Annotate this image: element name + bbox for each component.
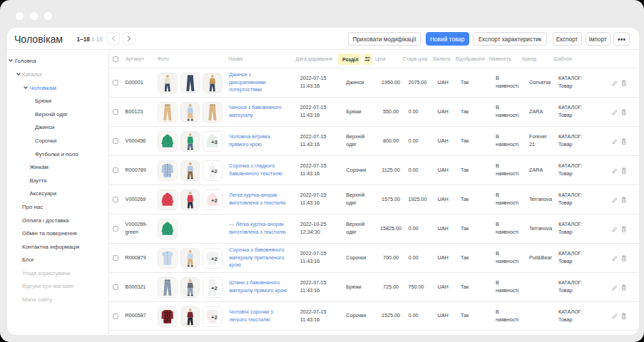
product-photo-person[interactable] [180,306,200,328]
product-photo-ghost[interactable]: +3 [203,131,223,152]
sidebar-item-15[interactable]: Блог [7,253,108,266]
product-name-link[interactable]: Чиноси з бавовняного матеріалу [229,104,281,118]
sidebar-item-13[interactable]: Обмін та повернення [7,227,108,240]
product-name-link[interactable]: Штани з бавовняного матеріалу прямого кр… [229,279,287,294]
product-photo-pants[interactable] [203,102,223,123]
sidebar-item-1[interactable]: Каталог [7,68,108,81]
row-checkbox[interactable] [113,68,118,97]
edit-button[interactable] [611,310,618,323]
sidebar-item-17[interactable]: Відгуки про магазин [7,279,108,293]
product-photo-shirt_short[interactable] [158,248,178,269]
product-name-link[interactable]: Легка куртка-анорак виготовлена з тексти… [229,192,285,206]
product-photo-person[interactable] [180,131,200,152]
product-photo-person[interactable] [180,248,200,269]
hide-mods-button[interactable]: Приховати модифікації [348,32,421,46]
row-checkbox[interactable] [113,302,118,330]
column-header[interactable]: Назва [229,56,242,61]
column-header[interactable]: Бренд [522,56,536,61]
product-photo-person[interactable] [158,73,178,94]
column-header[interactable]: Стара ціна [403,56,428,61]
sidebar-item-11[interactable]: Про нас [7,200,108,214]
product-photo-person[interactable] [180,190,200,211]
row-checkbox[interactable] [113,127,118,155]
delete-button[interactable] [621,135,627,147]
product-photo-jacket[interactable] [158,219,178,240]
sidebar-item-6[interactable]: Сорочки [7,134,108,147]
product-photo-ghost[interactable]: +2 [203,306,223,328]
column-header[interactable]: Дата додавання [296,56,332,61]
product-photo-ghost[interactable]: +2 [203,190,223,211]
delete-button[interactable] [621,193,627,206]
select-all-checkbox[interactable] [113,56,118,63]
product-photo-shirt[interactable] [158,160,178,182]
section-sort-button[interactable] [364,53,372,65]
product-photo-ghost[interactable]: +2 [203,277,223,299]
product-photo-ghost[interactable]: +2 [203,160,223,182]
export-chars-button[interactable]: Експорт характеристик [473,32,547,46]
edit-button[interactable] [611,135,618,147]
row-checkbox[interactable] [113,244,118,272]
delete-button[interactable] [621,252,627,264]
edit-button[interactable] [611,105,618,118]
pagination-prev-button[interactable] [107,32,120,45]
column-header[interactable]: Ціна [375,56,385,61]
row-checkbox[interactable] [113,185,118,214]
column-header[interactable]: Артикул [126,56,144,61]
new-product-button[interactable]: Новий товар [426,32,469,46]
product-name-link[interactable]: Сорочка з бавовняного матеріалу притален… [229,247,284,268]
sidebar-item-0[interactable]: Головна [7,54,108,68]
edit-button[interactable] [611,193,618,206]
more-button[interactable]: ••• [613,32,630,46]
edit-button[interactable] [611,252,618,264]
sidebar-item-2[interactable]: Чоловікам [7,81,108,94]
product-photo-person[interactable] [180,160,200,182]
row-checkbox[interactable] [113,273,118,301]
product-photo-shirt[interactable] [158,306,178,328]
column-header[interactable]: Валюта [433,56,450,61]
edit-button[interactable] [611,76,618,89]
delete-button[interactable] [621,164,627,177]
import-button[interactable]: Імпорт [586,32,611,46]
product-photo-person[interactable] [180,277,200,299]
sidebar-item-16[interactable]: Угода користувача [7,266,108,280]
product-photo-pants[interactable] [158,277,178,299]
column-header-section[interactable]: Розділ [338,53,361,65]
sidebar-item-4[interactable]: Верхній одяг [7,107,108,120]
product-name-link[interactable]: Сорочка з гладкого бавовняного текстилю [229,162,282,177]
delete-button[interactable] [621,76,627,89]
sidebar-item-5[interactable]: Джинси [7,120,108,134]
product-photo-person[interactable] [180,102,200,123]
delete-button[interactable] [621,105,627,118]
pagination-next-button[interactable] [123,32,136,45]
product-name-link[interactable]: Легка куртка-анорак виготовлена з тексти… [229,221,285,235]
product-photo-ghost[interactable]: +2 [203,248,223,269]
column-header[interactable]: Фото [158,56,169,61]
delete-button[interactable] [621,310,627,323]
product-photo-jacket[interactable] [158,131,178,152]
sidebar-item-8[interactable]: Жінкам [7,160,108,174]
sidebar-item-14[interactable]: Контактна інформація [7,239,108,253]
product-name-link[interactable]: Чоловічі сорочки з легкого текстилю [229,309,272,323]
edit-button[interactable] [611,222,618,235]
sidebar-item-3[interactable]: Брюки [7,94,108,108]
row-checkbox[interactable] [113,156,118,185]
product-photo-pants[interactable] [158,102,178,123]
product-name-link[interactable]: Чоловіча вітрівка прямого крою [229,133,270,147]
delete-button[interactable] [621,281,627,294]
export-button[interactable]: Експорт [553,32,582,46]
product-photo-pants[interactable] [180,73,200,94]
column-header[interactable]: Наявність [489,56,511,61]
row-checkbox[interactable] [113,98,118,126]
row-checkbox[interactable] [113,214,118,243]
product-photo-jacket[interactable] [158,190,178,211]
sidebar-item-18[interactable]: Мапа сайту [7,293,108,306]
delete-button[interactable] [621,222,627,235]
sidebar-item-7[interactable]: Футболки и поло [7,147,108,160]
column-header[interactable]: Шаблон [554,56,573,61]
product-name-link[interactable]: Джинси з декоративними потертостями [229,71,265,93]
product-photo-person[interactable] [203,73,223,94]
edit-button[interactable] [611,281,618,294]
edit-button[interactable] [611,164,618,177]
sidebar-item-12[interactable]: Оплата і доставка [7,213,108,227]
sidebar-item-10[interactable]: Аксесуари [7,187,108,200]
